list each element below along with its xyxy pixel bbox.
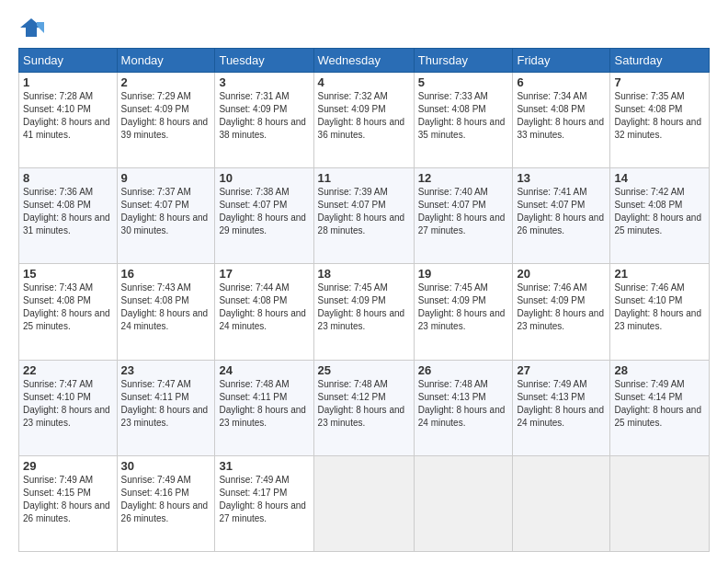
day-info: Sunrise: 7:42 AMSunset: 4:08 PMDaylight:… (614, 186, 705, 237)
day-number: 11 (318, 171, 410, 185)
day-number: 21 (614, 267, 705, 281)
calendar-cell: 28Sunrise: 7:49 AMSunset: 4:14 PMDayligh… (610, 360, 710, 455)
day-info: Sunrise: 7:49 AMSunset: 4:13 PMDaylight:… (517, 378, 606, 430)
day-number: 10 (219, 171, 309, 185)
day-number: 6 (517, 75, 606, 89)
logo (18, 15, 48, 40)
calendar-table: SundayMondayTuesdayWednesdayThursdayFrid… (18, 48, 710, 552)
calendar-cell: 5Sunrise: 7:33 AMSunset: 4:08 PMDaylight… (414, 73, 513, 168)
calendar-cell: 3Sunrise: 7:31 AMSunset: 4:09 PMDaylight… (215, 73, 313, 168)
day-header-tuesday: Tuesday (215, 49, 313, 73)
calendar-cell: 18Sunrise: 7:45 AMSunset: 4:09 PMDayligh… (313, 264, 414, 360)
day-number: 13 (517, 171, 606, 185)
day-number: 28 (614, 363, 705, 377)
calendar-cell (414, 455, 513, 551)
day-number: 18 (318, 267, 410, 281)
day-number: 22 (23, 363, 113, 377)
day-header-sunday: Sunday (19, 49, 118, 73)
day-info: Sunrise: 7:47 AMSunset: 4:10 PMDaylight:… (23, 378, 113, 430)
calendar-cell: 2Sunrise: 7:29 AMSunset: 4:09 PMDaylight… (117, 73, 215, 168)
calendar-cell (610, 455, 710, 551)
calendar-cell: 25Sunrise: 7:48 AMSunset: 4:12 PMDayligh… (313, 360, 414, 455)
calendar-cell (513, 455, 610, 551)
calendar-cell: 9Sunrise: 7:37 AMSunset: 4:07 PMDaylight… (117, 168, 215, 264)
day-info: Sunrise: 7:49 AMSunset: 4:17 PMDaylight:… (219, 474, 309, 525)
logo-icon (18, 15, 44, 40)
day-header-thursday: Thursday (414, 49, 513, 73)
day-info: Sunrise: 7:31 AMSunset: 4:09 PMDaylight:… (219, 90, 309, 142)
day-number: 5 (418, 75, 509, 89)
day-info: Sunrise: 7:32 AMSunset: 4:09 PMDaylight:… (318, 90, 410, 142)
day-info: Sunrise: 7:48 AMSunset: 4:12 PMDaylight:… (318, 378, 410, 430)
day-number: 20 (517, 267, 606, 281)
day-number: 19 (418, 267, 509, 281)
day-info: Sunrise: 7:49 AMSunset: 4:14 PMDaylight:… (614, 378, 705, 430)
day-number: 3 (219, 75, 309, 89)
day-info: Sunrise: 7:29 AMSunset: 4:09 PMDaylight:… (121, 90, 211, 142)
day-number: 8 (23, 171, 113, 185)
calendar-cell: 7Sunrise: 7:35 AMSunset: 4:08 PMDaylight… (610, 73, 710, 168)
day-info: Sunrise: 7:45 AMSunset: 4:09 PMDaylight:… (318, 282, 410, 333)
calendar-cell: 20Sunrise: 7:46 AMSunset: 4:09 PMDayligh… (513, 264, 610, 360)
calendar-cell: 12Sunrise: 7:40 AMSunset: 4:07 PMDayligh… (414, 168, 513, 264)
day-info: Sunrise: 7:49 AMSunset: 4:16 PMDaylight:… (121, 474, 211, 525)
day-info: Sunrise: 7:47 AMSunset: 4:11 PMDaylight:… (121, 378, 211, 430)
day-info: Sunrise: 7:48 AMSunset: 4:11 PMDaylight:… (219, 378, 309, 430)
day-number: 9 (121, 171, 211, 185)
day-header-wednesday: Wednesday (313, 49, 414, 73)
day-info: Sunrise: 7:43 AMSunset: 4:08 PMDaylight:… (121, 282, 211, 333)
calendar-cell: 19Sunrise: 7:45 AMSunset: 4:09 PMDayligh… (414, 264, 513, 360)
calendar-cell: 14Sunrise: 7:42 AMSunset: 4:08 PMDayligh… (610, 168, 710, 264)
day-info: Sunrise: 7:46 AMSunset: 4:09 PMDaylight:… (517, 282, 606, 333)
day-number: 14 (614, 171, 705, 185)
week-row-2: 8Sunrise: 7:36 AMSunset: 4:08 PMDaylight… (19, 168, 710, 264)
day-header-friday: Friday (513, 49, 610, 73)
calendar-cell: 17Sunrise: 7:44 AMSunset: 4:08 PMDayligh… (215, 264, 313, 360)
day-info: Sunrise: 7:28 AMSunset: 4:10 PMDaylight:… (23, 90, 113, 142)
day-info: Sunrise: 7:40 AMSunset: 4:07 PMDaylight:… (418, 186, 509, 237)
calendar-cell: 8Sunrise: 7:36 AMSunset: 4:08 PMDaylight… (19, 168, 118, 264)
day-info: Sunrise: 7:44 AMSunset: 4:08 PMDaylight:… (219, 282, 309, 333)
week-row-1: 1Sunrise: 7:28 AMSunset: 4:10 PMDaylight… (19, 73, 710, 168)
week-row-5: 29Sunrise: 7:49 AMSunset: 4:15 PMDayligh… (19, 455, 710, 551)
day-number: 31 (219, 459, 309, 473)
calendar-cell: 4Sunrise: 7:32 AMSunset: 4:09 PMDaylight… (313, 73, 414, 168)
day-number: 17 (219, 267, 309, 281)
calendar-cell: 31Sunrise: 7:49 AMSunset: 4:17 PMDayligh… (215, 455, 313, 551)
calendar-cell: 22Sunrise: 7:47 AMSunset: 4:10 PMDayligh… (19, 360, 118, 455)
day-info: Sunrise: 7:37 AMSunset: 4:07 PMDaylight:… (121, 186, 211, 237)
day-info: Sunrise: 7:46 AMSunset: 4:10 PMDaylight:… (614, 282, 705, 333)
calendar-cell (313, 455, 414, 551)
day-number: 30 (121, 459, 211, 473)
day-info: Sunrise: 7:45 AMSunset: 4:09 PMDaylight:… (418, 282, 509, 333)
calendar-cell: 21Sunrise: 7:46 AMSunset: 4:10 PMDayligh… (610, 264, 710, 360)
day-info: Sunrise: 7:41 AMSunset: 4:07 PMDaylight:… (517, 186, 606, 237)
header-row: SundayMondayTuesdayWednesdayThursdayFrid… (19, 49, 710, 73)
header (18, 15, 710, 40)
day-info: Sunrise: 7:33 AMSunset: 4:08 PMDaylight:… (418, 90, 509, 142)
calendar-cell: 1Sunrise: 7:28 AMSunset: 4:10 PMDaylight… (19, 73, 118, 168)
day-info: Sunrise: 7:39 AMSunset: 4:07 PMDaylight:… (318, 186, 410, 237)
calendar-cell: 26Sunrise: 7:48 AMSunset: 4:13 PMDayligh… (414, 360, 513, 455)
day-info: Sunrise: 7:48 AMSunset: 4:13 PMDaylight:… (418, 378, 509, 430)
week-row-3: 15Sunrise: 7:43 AMSunset: 4:08 PMDayligh… (19, 264, 710, 360)
day-number: 16 (121, 267, 211, 281)
day-number: 27 (517, 363, 606, 377)
calendar-cell: 24Sunrise: 7:48 AMSunset: 4:11 PMDayligh… (215, 360, 313, 455)
calendar-cell: 16Sunrise: 7:43 AMSunset: 4:08 PMDayligh… (117, 264, 215, 360)
calendar-cell: 11Sunrise: 7:39 AMSunset: 4:07 PMDayligh… (313, 168, 414, 264)
day-number: 26 (418, 363, 509, 377)
page: SundayMondayTuesdayWednesdayThursdayFrid… (0, 0, 728, 563)
calendar-cell: 10Sunrise: 7:38 AMSunset: 4:07 PMDayligh… (215, 168, 313, 264)
day-number: 4 (318, 75, 410, 89)
day-number: 7 (614, 75, 705, 89)
week-row-4: 22Sunrise: 7:47 AMSunset: 4:10 PMDayligh… (19, 360, 710, 455)
day-info: Sunrise: 7:36 AMSunset: 4:08 PMDaylight:… (23, 186, 113, 237)
day-info: Sunrise: 7:49 AMSunset: 4:15 PMDaylight:… (23, 474, 113, 525)
day-info: Sunrise: 7:34 AMSunset: 4:08 PMDaylight:… (517, 90, 606, 142)
day-info: Sunrise: 7:35 AMSunset: 4:08 PMDaylight:… (614, 90, 705, 142)
calendar-cell: 27Sunrise: 7:49 AMSunset: 4:13 PMDayligh… (513, 360, 610, 455)
day-info: Sunrise: 7:43 AMSunset: 4:08 PMDaylight:… (23, 282, 113, 333)
calendar-cell: 13Sunrise: 7:41 AMSunset: 4:07 PMDayligh… (513, 168, 610, 264)
day-number: 2 (121, 75, 211, 89)
